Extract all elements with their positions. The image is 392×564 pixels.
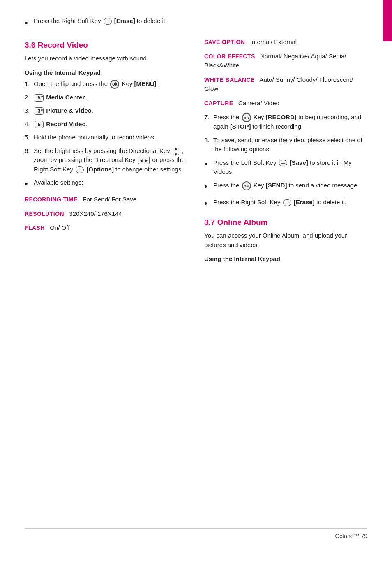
- section-37-heading: 3.7 Online Album: [204, 218, 367, 227]
- available-settings-list: • Available settings:: [25, 178, 188, 191]
- key-3-icon: 3#: [35, 107, 44, 115]
- step-5-content: Hold the phone horizontally to record vi…: [34, 133, 188, 142]
- recording-time-value: For Send/ For Save: [79, 196, 136, 203]
- step-3-num: 3.: [25, 106, 34, 116]
- step-1-text1: Open the flip and press the: [34, 80, 109, 87]
- color-effects-label: COLOR EFFECTS: [204, 53, 255, 60]
- ok-key-icon: ok: [110, 80, 119, 89]
- step-4: 4. 6 Record Video.: [25, 120, 188, 129]
- step-1-num: 1.: [25, 79, 34, 89]
- right-steps-list: 7. Press the ok Key [RECORD] to begin re…: [204, 113, 367, 154]
- step-2-num: 2.: [25, 93, 34, 102]
- resolution-value: 320X240/ 176X144: [66, 210, 122, 217]
- step-4-text: Record Video.: [46, 120, 88, 127]
- step-8-content: To save, send, or erase the video, pleas…: [213, 136, 367, 154]
- right-soft-key-icon: —: [104, 18, 112, 25]
- key-5-sup: ▾: [41, 95, 43, 99]
- section-37-intro: You can access your Online Album, and up…: [204, 231, 367, 250]
- step-8-num: 8.: [204, 136, 213, 145]
- step-2-content: 5▾ Media Center.: [34, 93, 188, 102]
- right-column: SAVE OPTION Internal/ External COLOR EFF…: [204, 37, 367, 528]
- setting-save-option: SAVE OPTION Internal/ External: [204, 37, 367, 47]
- bullet-erase-text1: Press the Right Soft Key: [213, 199, 282, 206]
- step-5-num: 5.: [25, 133, 34, 142]
- step-6-num: 6.: [25, 146, 34, 156]
- capture-label: CAPTURE: [204, 100, 233, 106]
- steps-list: 1. Open the flip and press the ok Key [M…: [25, 79, 188, 174]
- bullet-send-text1: Press the: [213, 182, 241, 189]
- step-6: 6. Set the brightness by pressing the Di…: [25, 146, 188, 174]
- step-7-text1: Press the: [213, 113, 241, 120]
- section-36-subheading: Using the Internal Keypad: [25, 69, 188, 76]
- step-6-content: Set the brightness by pressing the Direc…: [34, 146, 188, 174]
- bullet-send-text2: Key: [254, 182, 266, 189]
- save-option-value: Internal/ External: [247, 38, 297, 45]
- setting-resolution: RESOLUTION 320X240/ 176X144: [25, 209, 188, 219]
- right-soft-key-erase-icon: —: [283, 199, 291, 206]
- bullet-send-text3: to send a video message.: [289, 182, 359, 189]
- step-3-text: Picture & Video.: [46, 107, 93, 114]
- section-36-heading: 3.6 Record Video: [25, 41, 188, 50]
- setting-recording-time: RECORDING TIME For Send/ For Save: [25, 195, 188, 204]
- left-column: 3.6 Record Video Lets you record a video…: [25, 37, 188, 528]
- bullet-send: • Press the ok Key [SEND] to send a vide…: [204, 181, 367, 194]
- top-bullet-text1: Press the Right Soft Key: [34, 17, 101, 24]
- bullet-dot-erase: •: [204, 196, 210, 210]
- recording-time-label: RECORDING TIME: [25, 196, 78, 203]
- step-7-bold1: [RECORD]: [266, 113, 297, 120]
- ok-key-send-icon: ok: [242, 181, 251, 190]
- step-7-text4: to finish recording.: [253, 123, 303, 130]
- step-7-text2: Key: [254, 113, 266, 120]
- top-bullet-text3: to delete it.: [137, 17, 167, 24]
- setting-capture: CAPTURE Camera/ Video: [204, 99, 367, 108]
- top-bullet-erase: • Press the Right Soft Key — [Erase] to …: [25, 16, 367, 30]
- step-7-content: Press the ok Key [RECORD] to begin recor…: [213, 113, 367, 132]
- pink-tab: [383, 0, 392, 41]
- bullet-send-content: Press the ok Key [SEND] to send a video …: [213, 181, 367, 190]
- footer: Octane™ 79: [25, 528, 367, 539]
- step-8: 8. To save, send, or erase the video, pl…: [204, 136, 367, 154]
- step-1-content: Open the flip and press the ok Key [MENU…: [34, 79, 188, 89]
- step-2: 2. 5▾ Media Center.: [25, 93, 188, 102]
- bullet-erase-content: Press the Right Soft Key — [Erase] to de…: [213, 198, 367, 207]
- footer-text: Octane™ 79: [335, 533, 367, 539]
- section-36-intro: Lets you record a video message with sou…: [25, 54, 188, 63]
- step-1-bold: [MENU]: [134, 80, 156, 87]
- step-4-num: 4.: [25, 120, 34, 129]
- capture-value: Camera/ Video: [235, 99, 279, 106]
- key-6-icon: 6: [35, 121, 44, 128]
- left-soft-key-save-icon: —: [279, 160, 287, 166]
- two-column-layout: 3.6 Record Video Lets you record a video…: [25, 37, 367, 528]
- step-5: 5. Hold the phone horizontally to record…: [25, 133, 188, 142]
- step-7-num: 7.: [204, 113, 213, 122]
- step-1-text2: Key: [122, 80, 134, 87]
- available-settings-text: Available settings:: [34, 178, 83, 187]
- bullet-dot: •: [25, 16, 30, 30]
- dir-updown-icon: ▲▼: [173, 148, 179, 155]
- step-3: 3. 3# Picture & Video.: [25, 106, 188, 116]
- right-bullet-list: • Press the Left Soft Key — [Save] to st…: [204, 158, 367, 210]
- dir-leftright-icon: ◄ ►: [138, 157, 150, 164]
- white-balance-label: WHITE BALANCE: [204, 76, 255, 83]
- flash-value: On/ Off: [46, 224, 69, 231]
- flash-label: FLASH: [25, 224, 45, 231]
- bullet-save: • Press the Left Soft Key — [Save] to st…: [204, 158, 367, 177]
- bullet-save-content: Press the Left Soft Key — [Save] to stor…: [213, 158, 367, 177]
- step-7: 7. Press the ok Key [RECORD] to begin re…: [204, 113, 367, 132]
- key-3-sup: #: [41, 108, 43, 113]
- key-5-icon: 5▾: [35, 94, 44, 102]
- bullet-send-bold: [SEND]: [266, 182, 287, 189]
- setting-color-effects: COLOR EFFECTS Normal/ Negative/ Aqua/ Se…: [204, 52, 367, 70]
- bullet-dot-settings: •: [25, 176, 30, 191]
- resolution-label: RESOLUTION: [25, 210, 64, 217]
- step-2-text: Media Center.: [46, 94, 86, 101]
- section-37-subheading: Using the Internal Keypad: [204, 255, 367, 262]
- step-6-bold: [Options] to change other settings.: [86, 166, 183, 173]
- bullet-dot-send: •: [204, 179, 210, 194]
- soft-key-options-icon: —: [76, 166, 84, 173]
- step-6-text1: Set the brightness by pressing the Direc…: [34, 147, 172, 154]
- setting-flash: FLASH On/ Off: [25, 223, 188, 233]
- bullet-dot-save: •: [204, 157, 210, 171]
- bullet-erase-right: • Press the Right Soft Key — [Erase] to …: [204, 198, 367, 210]
- bullet-save-text1: Press the Left Soft Key: [213, 159, 278, 166]
